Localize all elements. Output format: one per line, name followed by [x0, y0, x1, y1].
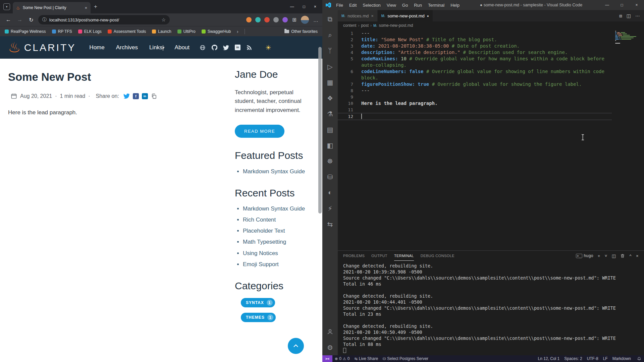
editor-tab[interactable]: M↓some-new-post.md●: [378, 10, 433, 21]
copy-link-icon[interactable]: [151, 93, 157, 99]
editor-line[interactable]: 12: [338, 113, 612, 120]
extension-icon[interactable]: [273, 17, 279, 22]
extensions-puzzle-icon[interactable]: ⊞: [292, 17, 297, 23]
bookmark-item[interactable]: ELK Logs: [78, 29, 102, 34]
post-link[interactable]: Placeholder Text: [243, 228, 285, 234]
gitlens-icon[interactable]: ◐: [322, 185, 338, 200]
cursor-position[interactable]: Ln 12, Col 1: [536, 356, 562, 361]
editor-line[interactable]: 8---: [338, 87, 612, 94]
tab-actions-menu-icon[interactable]: ▾: [3, 3, 10, 10]
extensions-icon[interactable]: ▦: [322, 74, 338, 90]
kubernetes-icon[interactable]: ☸: [322, 153, 338, 169]
site-brand[interactable]: ♨ CLARITY: [8, 41, 76, 55]
close-panel-icon[interactable]: ×: [636, 253, 639, 258]
close-icon[interactable]: ×: [371, 13, 374, 18]
settings-gear-icon[interactable]: ⚙: [322, 340, 338, 355]
other-favorites[interactable]: Other favorites: [284, 29, 318, 34]
menu-selection[interactable]: Selection: [360, 3, 383, 8]
language-mode[interactable]: Markdown: [610, 356, 633, 361]
maximize-panel-icon[interactable]: ^: [629, 253, 632, 258]
kill-terminal-icon[interactable]: [620, 253, 625, 258]
editor-line[interactable]: 2title: "Some New Post" # Title of the b…: [338, 37, 612, 43]
minimize-button[interactable]: —: [290, 4, 294, 9]
problems-status[interactable]: ⊗ 0 ⚠ 0: [332, 356, 352, 361]
minimap[interactable]: [615, 31, 639, 46]
menu-go[interactable]: Go: [399, 3, 411, 8]
bookmark-item[interactable]: RP TFS: [52, 29, 72, 34]
editor-line[interactable]: 3date: 2021-08-20T10:38:38-05:00 # Date …: [338, 43, 612, 49]
bookmark-item[interactable]: UltiPro: [177, 29, 196, 34]
terminal-output[interactable]: Change detected, rebuilding site.2021-08…: [338, 261, 644, 355]
close-button[interactable]: ×: [314, 4, 316, 9]
thunder-client-icon[interactable]: ⚡: [322, 200, 338, 216]
remote-indicator[interactable]: ><: [322, 355, 332, 362]
editor-tab[interactable]: M↓notices.md×: [338, 10, 378, 21]
breadcrumb-item[interactable]: content: [343, 23, 356, 28]
split-editor-icon[interactable]: ◫: [627, 13, 631, 18]
extension-icon[interactable]: [246, 17, 252, 22]
rss-icon[interactable]: [246, 45, 252, 51]
indentation[interactable]: Spaces: 2: [562, 356, 584, 361]
open-preview-icon[interactable]: ⧈: [619, 13, 622, 19]
favorite-star-icon[interactable]: ☆: [161, 17, 166, 22]
post-link[interactable]: Math Typesetting: [243, 239, 286, 245]
category-badge[interactable]: THEMES1: [241, 313, 276, 322]
encoding[interactable]: UTF-8: [585, 356, 601, 361]
database-icon[interactable]: ⛁: [322, 169, 338, 185]
close-button[interactable]: ×: [629, 0, 644, 10]
remote-explorer-icon[interactable]: ❖: [322, 90, 338, 106]
page-scrollbar[interactable]: [318, 47, 322, 214]
split-terminal-icon[interactable]: ◫: [612, 253, 616, 258]
live-share-icon[interactable]: ⇆: [322, 216, 338, 232]
post-link[interactable]: Markdown Syntax Guide: [243, 168, 305, 175]
extension-icon[interactable]: [282, 17, 288, 22]
testing-icon[interactable]: ⚗: [322, 106, 338, 122]
terminal-dropdown-icon[interactable]: ˅: [605, 253, 607, 258]
back-button[interactable]: ←: [4, 15, 13, 24]
post-link[interactable]: Emoji Support: [243, 261, 279, 267]
post-link[interactable]: Rich Content: [243, 217, 276, 223]
tab-close-icon[interactable]: ×: [85, 5, 87, 10]
menu-terminal[interactable]: Terminal: [425, 3, 447, 8]
site-info-icon[interactable]: ⓘ: [42, 17, 47, 23]
notifications-bell-icon[interactable]: [635, 357, 644, 361]
live-share-status[interactable]: ⇆ Live Share: [352, 356, 381, 361]
minimize-button[interactable]: —: [600, 0, 614, 10]
menu-view[interactable]: View: [384, 3, 399, 8]
nav-item-links[interactable]: Links ▾: [149, 44, 163, 51]
theme-toggle-sun-icon[interactable]: ☀: [265, 44, 271, 52]
editor-line[interactable]: 1---: [338, 30, 612, 37]
editor-line[interactable]: 5codeMaxLines: 10 # Override global valu…: [338, 56, 612, 68]
nav-item-home[interactable]: Home: [89, 44, 104, 51]
eol[interactable]: LF: [601, 356, 610, 361]
search-icon[interactable]: ⌕: [322, 27, 338, 43]
editor-line[interactable]: 6codeLineNumbers: false # Override globa…: [338, 68, 612, 81]
docs-icon[interactable]: ▤: [322, 122, 338, 137]
new-tab-button[interactable]: +: [94, 3, 97, 10]
read-more-button[interactable]: READ MORE: [235, 125, 284, 138]
twitter-icon[interactable]: [223, 45, 229, 51]
editor-line[interactable]: 9: [338, 94, 612, 100]
docker-icon[interactable]: ◧: [322, 137, 338, 153]
editor-line[interactable]: 7figurePositionShow: true # Override glo…: [338, 81, 612, 87]
bookmark-item[interactable]: Assessment Tools: [108, 29, 146, 34]
maximize-button[interactable]: □: [303, 4, 305, 9]
more-actions-icon[interactable]: ⋯: [635, 13, 640, 18]
account-icon[interactable]: [322, 324, 338, 340]
menu-edit[interactable]: Edit: [346, 3, 360, 8]
explorer-icon[interactable]: ⧉: [322, 11, 338, 27]
post-link[interactable]: Markdown Syntax Guide: [243, 205, 305, 212]
editor-line[interactable]: 4description: "Article description." # D…: [338, 49, 612, 56]
language-globe-icon[interactable]: [200, 45, 206, 51]
postgres-status[interactable]: ⛁ Select Postgres Server: [380, 356, 431, 361]
maximize-button[interactable]: □: [614, 0, 629, 10]
browser-menu-icon[interactable]: …: [313, 17, 318, 23]
category-badge[interactable]: SYNTAX1: [241, 298, 275, 307]
refresh-button[interactable]: ↻: [27, 15, 36, 24]
scroll-to-top-button[interactable]: [288, 338, 304, 354]
profile-avatar[interactable]: [301, 16, 309, 24]
menu-run[interactable]: Run: [411, 3, 425, 8]
extension-icon[interactable]: [264, 17, 270, 22]
share-twitter-icon[interactable]: [123, 93, 130, 99]
panel-tab-debug-console[interactable]: DEBUG CONSOLE: [421, 251, 454, 261]
